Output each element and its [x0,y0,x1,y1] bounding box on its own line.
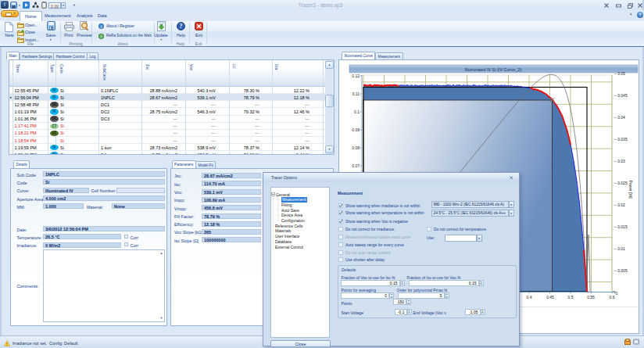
svg-text:0.55: 0.55 [587,295,595,300]
svg-text:– 0.01: – 0.01 [614,246,625,251]
svg-text:0.1: 0.1 [354,109,360,114]
svg-text:0.08: 0.08 [352,145,360,150]
svg-text:0.11: 0.11 [352,91,360,96]
svg-text:Illuminated IV Si (IV Curve_2): Illuminated IV Si (IV Curve_2) [465,67,522,72]
svg-text:?: ? [180,23,183,30]
svg-text:Power [W]: Power [W] [628,180,633,199]
svg-text:– 0.015: – 0.015 [614,224,628,229]
svg-text:– 0.04: – 0.04 [614,115,625,120]
svg-text:– 0.035: – 0.035 [614,137,628,142]
svg-text:0.07: 0.07 [352,163,360,168]
svg-text:0: 0 [616,291,618,296]
svg-text:0.09: 0.09 [352,127,360,132]
svg-text:– 0.025: – 0.025 [614,181,628,185]
svg-text:– 0.005: – 0.005 [614,268,628,273]
svg-text:0.12: 0.12 [352,74,360,78]
svg-text:– 0.05: – 0.05 [614,71,625,76]
svg-text:0.6: 0.6 [610,295,615,300]
svg-text:0.45: 0.45 [546,295,554,300]
svg-text:– 0.03: – 0.03 [614,159,625,163]
svg-text:0.5: 0.5 [568,295,574,300]
svg-text:– 0.02: – 0.02 [614,203,625,207]
svg-text:– 0.045: – 0.045 [614,93,628,98]
svg-text:!: ! [6,341,8,346]
svg-text:0.4: 0.4 [527,295,532,300]
